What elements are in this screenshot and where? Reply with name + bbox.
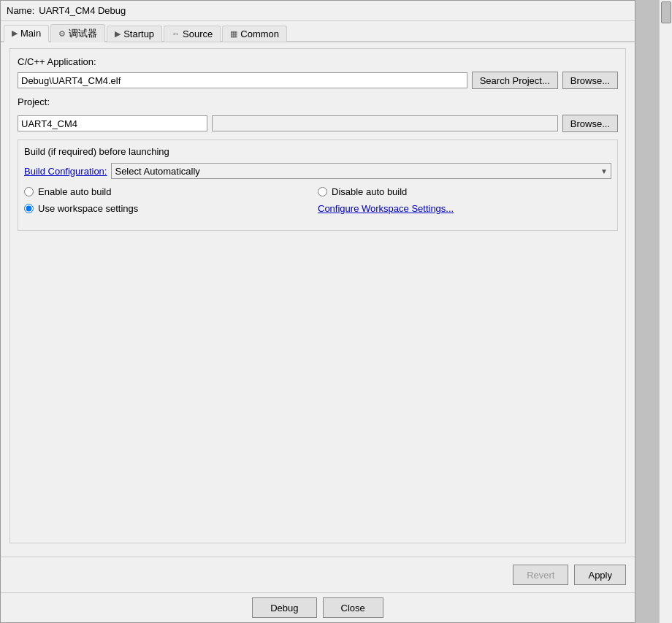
project-extra-input[interactable]	[212, 115, 558, 131]
startup-tab-icon: ▶	[115, 29, 121, 39]
name-value: UART4_CM4 Debug	[39, 5, 126, 16]
project-input[interactable]	[18, 115, 207, 131]
use-workspace-label: Use workspace settings	[38, 203, 138, 214]
tab-debug[interactable]: ⚙ 调试器	[50, 24, 105, 42]
build-config-row: Build Configuration: Select Automaticall…	[24, 163, 611, 179]
very-bottom-buttons: Debug Close	[1, 592, 635, 622]
app-section-label: C/C++ Application:	[18, 56, 618, 67]
tab-debug-label: 调试器	[69, 27, 97, 40]
app-input-row: Search Project... Browse...	[18, 72, 618, 89]
tab-source[interactable]: ↔ Source	[164, 26, 221, 42]
project-label: Project:	[18, 96, 50, 107]
tabs-row: ▶ Main ⚙ 调试器 ▶ Startup ↔ Source ▦ Common	[1, 21, 635, 42]
build-section: Build (if required) before launching Bui…	[18, 139, 618, 231]
disable-auto-build-label: Disable auto build	[332, 186, 407, 197]
common-tab-icon: ▦	[230, 29, 237, 39]
build-section-title: Build (if required) before launching	[24, 146, 611, 157]
main-content: C/C++ Application: Search Project... Bro…	[1, 42, 635, 557]
debug-tab-icon: ⚙	[58, 29, 66, 39]
launch-config-dialog: Name: UART4_CM4 Debug ▶ Main ⚙ 调试器 ▶ Sta…	[0, 0, 635, 623]
apply-button[interactable]: Apply	[574, 565, 626, 585]
bottom-buttons: Revert Apply	[1, 557, 635, 592]
scrollbar[interactable]	[659, 0, 672, 623]
disable-auto-build-row: Disable auto build	[318, 186, 611, 197]
configure-workspace-link[interactable]: Configure Workspace Settings...	[318, 203, 454, 214]
enable-auto-build-radio[interactable]	[24, 187, 34, 196]
project-input-row: Browse...	[18, 115, 618, 132]
name-row: Name: UART4_CM4 Debug	[1, 1, 635, 21]
disable-auto-build-radio[interactable]	[318, 187, 327, 196]
radio-columns: Enable auto build Use workspace settings…	[24, 186, 611, 220]
enable-auto-build-label: Enable auto build	[38, 186, 111, 197]
tab-common[interactable]: ▦ Common	[222, 26, 287, 42]
build-config-dropdown-wrapper: Select Automatically ▼	[111, 163, 611, 179]
browse-button-2[interactable]: Browse...	[562, 115, 618, 132]
content-panel: C/C++ Application: Search Project... Bro…	[9, 48, 626, 543]
app-input[interactable]	[18, 72, 467, 88]
tab-startup[interactable]: ▶ Startup	[107, 26, 162, 42]
close-button[interactable]: Close	[323, 597, 383, 618]
build-config-link[interactable]: Build Configuration:	[24, 166, 107, 177]
search-project-button[interactable]: Search Project...	[472, 72, 558, 89]
enable-auto-build-row: Enable auto build	[24, 186, 318, 197]
build-config-value: Select Automatically	[115, 166, 199, 177]
use-workspace-row: Use workspace settings	[24, 203, 318, 214]
main-tab-icon: ▶	[12, 28, 18, 38]
project-label-row: Project:	[18, 96, 618, 107]
source-tab-icon: ↔	[172, 29, 180, 38]
build-config-dropdown[interactable]: Select Automatically ▼	[111, 163, 611, 179]
radio-col-right: Disable auto build Configure Workspace S…	[318, 186, 611, 220]
revert-button[interactable]: Revert	[513, 565, 568, 585]
tab-main[interactable]: ▶ Main	[4, 25, 49, 42]
browse-button-1[interactable]: Browse...	[562, 72, 618, 89]
configure-workspace-row: Configure Workspace Settings...	[318, 203, 611, 214]
tab-startup-label: Startup	[123, 28, 154, 39]
tab-source-label: Source	[183, 28, 213, 39]
radio-col-left: Enable auto build Use workspace settings	[24, 186, 318, 220]
tab-main-label: Main	[20, 28, 41, 39]
name-label: Name:	[7, 5, 34, 16]
dropdown-arrow-icon: ▼	[600, 167, 608, 175]
scrollbar-thumb[interactable]	[661, 1, 671, 23]
use-workspace-radio[interactable]	[24, 204, 34, 213]
tab-common-label: Common	[240, 28, 279, 39]
debug-button[interactable]: Debug	[252, 597, 316, 618]
